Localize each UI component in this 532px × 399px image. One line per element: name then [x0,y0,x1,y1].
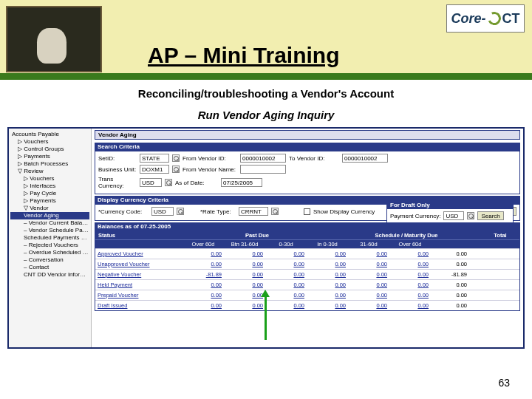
search-button[interactable]: Search [477,211,503,220]
value-cell[interactable]: 0.00 [389,280,431,290]
value-cell[interactable]: 0.00 [348,290,389,300]
status-cell[interactable]: Approved Voucher [95,249,183,259]
nav-item[interactable]: ▷ Control Groups [10,146,89,153]
green-arrow-annotation [265,296,267,340]
value-cell[interactable]: 0.00 [389,270,431,279]
status-cell[interactable]: Unapproved Voucher [95,259,183,269]
value-cell[interactable]: 0.00 [224,280,265,290]
value-cell[interactable]: 0.00 [348,249,389,259]
col-in0-30d: In 0-30d [307,240,348,248]
value-cell[interactable]: 0.00 [307,301,348,310]
input-rate-type[interactable] [239,207,268,216]
nav-item[interactable]: CNT DD Vendor Information [10,271,89,279]
nav-item[interactable]: ▷ Vouchers [10,175,89,183]
value-cell[interactable]: 0.00 [348,301,389,310]
value-cell[interactable]: 0.00 [224,301,265,310]
value-cell[interactable]: 0.00 [307,280,348,290]
value-cell[interactable]: 0.00 [265,290,307,300]
main-panel: Vendor Aging Search Criteria SetID: From… [92,129,523,347]
value-cell[interactable]: -81.89 [183,270,224,279]
status-cell[interactable]: Held Payment [95,280,183,290]
input-bu[interactable] [140,165,169,174]
value-cell[interactable]: 0.00 [389,259,431,269]
logo-swirl-icon [485,10,502,27]
value-cell[interactable]: 0.00 [224,249,265,259]
total-cell: -81.89 [431,270,469,279]
core-ct-logo: Core-CT [446,4,525,33]
nav-item[interactable]: – Vendor Current Balance [10,219,89,227]
nav-item[interactable]: ▽ Review [10,168,89,175]
value-cell[interactable]: 0.00 [265,259,307,269]
input-asof[interactable] [221,178,262,187]
input-curr-code[interactable] [151,207,174,216]
lookup-icon[interactable] [172,166,180,173]
nav-item[interactable]: ▷ Vouchers [10,138,89,146]
value-cell[interactable]: 0.00 [224,270,265,279]
nav-item[interactable]: – Conversation [10,256,89,264]
slide-title: AP – Mini Training [148,43,339,68]
value-cell[interactable]: 0.00 [183,301,224,310]
table-row: Prepaid Voucher0.000.000.000.000.000.000… [95,290,519,300]
value-cell[interactable]: 0.00 [348,280,389,290]
value-cell[interactable]: 0.00 [348,259,389,269]
nav-item[interactable]: Scheduled Payments on Hold [10,234,89,242]
nav-item[interactable]: ▷ Batch Processes [10,160,89,168]
value-cell[interactable]: 0.00 [307,290,348,300]
nav-item[interactable]: Accounts Payable [10,131,89,138]
status-cell[interactable]: Draft Issued [95,301,183,310]
value-cell[interactable]: 0.00 [307,249,348,259]
value-cell[interactable]: 0.00 [224,290,265,300]
col-0-30d: 0-30d [265,240,307,248]
label-asof: As of Date: [175,180,218,186]
nav-item[interactable]: – Vendor Schedule Payment [10,227,89,234]
value-cell[interactable]: 0.00 [224,259,265,269]
nav-item[interactable]: ▽ Vendor [10,205,89,212]
value-cell[interactable]: 0.00 [307,259,348,269]
value-cell[interactable]: 0.00 [265,249,307,259]
col-status: Status [95,231,183,239]
value-cell[interactable]: 0.00 [389,290,431,300]
status-cell[interactable]: Negative Voucher [95,270,183,279]
lookup-icon[interactable] [271,208,279,215]
label-pay-curr: Payment Currency: [390,213,440,219]
page-heading: Vendor Aging [95,130,520,140]
value-cell[interactable]: 0.00 [183,259,224,269]
input-from-vname[interactable] [240,165,286,174]
status-cell[interactable]: Prepaid Voucher [95,290,183,300]
colgrp-pastdue: Past Due [183,231,332,239]
nav-item[interactable]: ▷ Payments [10,153,89,160]
input-from-vid[interactable] [240,154,286,163]
table-row: Negative Voucher-81.890.000.000.000.000.… [95,269,519,279]
nav-item[interactable]: ▷ Payments [10,197,89,205]
input-to-vid[interactable] [342,154,388,163]
balances-bar: Balances as of 07-25-2005 [95,222,520,231]
nav-item[interactable]: Vendor Aging [10,212,89,219]
nav-item[interactable]: ▷ Interfaces [10,183,89,190]
value-cell[interactable]: 0.00 [183,290,224,300]
nav-item[interactable]: ▷ Pay Cycle [10,190,89,197]
checkbox-show-disp-curr[interactable] [304,208,310,215]
nav-item[interactable]: – Contact [10,264,89,271]
input-setid[interactable] [140,154,169,163]
value-cell[interactable]: 0.00 [183,280,224,290]
lookup-icon[interactable] [172,154,180,162]
nav-item[interactable]: – Rejected Vouchers [10,242,89,249]
input-pay-curr[interactable] [443,211,464,220]
value-cell[interactable]: 0.00 [265,270,307,279]
value-cell[interactable]: 0.00 [389,301,431,310]
value-cell[interactable]: 0.00 [183,249,224,259]
nav-item[interactable]: – Overdue Scheduled Payments [10,249,89,256]
col-in31-60d: 31-60d [348,240,389,248]
lookup-icon[interactable] [177,208,184,215]
value-cell[interactable]: 0.00 [348,270,389,279]
input-trans[interactable] [140,178,162,187]
logo-suffix: CT [502,11,520,27]
value-cell[interactable]: 0.00 [265,280,307,290]
total-cell: 0.00 [431,290,469,300]
value-cell[interactable]: 0.00 [307,270,348,279]
screenshot-frame: Accounts Payable▷ Vouchers▷ Control Grou… [7,127,525,349]
value-cell[interactable]: 0.00 [389,249,431,259]
lookup-icon[interactable] [165,179,172,186]
value-cell[interactable]: 0.00 [265,301,307,310]
lookup-icon[interactable] [467,212,474,219]
